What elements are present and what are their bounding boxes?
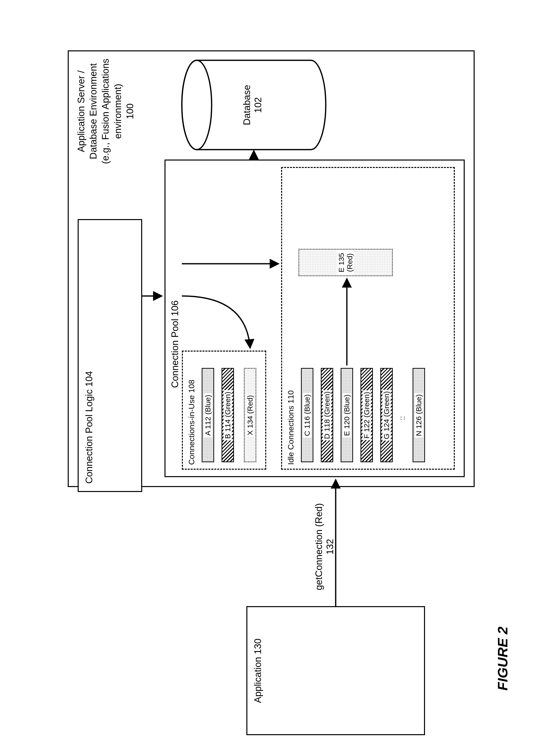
- pool-logic-box: Connection Pool Logic 104: [78, 219, 142, 492]
- conn-a: A 112 (Blue): [202, 368, 214, 463]
- in-use-title: Connections-in-Use 108: [187, 380, 196, 465]
- conn-e135: E 135 (Red): [298, 249, 393, 277]
- pool-logic-label: Connection Pool Logic 104: [84, 371, 95, 484]
- environment-title-l4: environment): [113, 84, 123, 139]
- idle-dots: ::: [398, 416, 407, 420]
- conn-c: C 116 (Blue): [301, 368, 313, 463]
- conn-c-label: C 116 (Blue): [303, 393, 312, 437]
- conn-a-label: A 112 (Blue): [204, 393, 212, 437]
- getconnection-text: getConnection (Red): [314, 503, 324, 590]
- conn-d: D 118 (Green): [321, 368, 333, 463]
- application-box: Application 130: [246, 606, 425, 735]
- conn-d-label: D 118 (Green): [323, 390, 331, 441]
- conn-f: F 122 (Green): [360, 368, 373, 463]
- conn-x-label: X 134 (Red): [246, 394, 254, 437]
- getconnection-num: 132: [325, 539, 335, 555]
- environment-title-l2: Database Environment: [88, 63, 98, 159]
- conn-g-label: G 124 (Green): [382, 390, 391, 441]
- conn-n: N 126 (Blue): [413, 368, 425, 463]
- conn-b: B 114 (Green): [222, 368, 234, 463]
- conn-f-label: F 122 (Green): [362, 390, 371, 440]
- database-label: Database 102: [241, 80, 264, 130]
- connection-pool-label: Connection Pool 106: [170, 300, 181, 388]
- conn-e-label: E 120 (Blue): [343, 393, 351, 437]
- conn-n-label: N 126 (Blue): [415, 393, 423, 437]
- database-label-num: 102: [253, 97, 263, 113]
- database-label-text: Database: [242, 85, 252, 125]
- idle-title: Idle Connections 110: [286, 390, 295, 465]
- conn-e135-label: E 135 (Red): [337, 250, 354, 275]
- conn-x: X 134 (Red): [244, 368, 256, 463]
- environment-title-l5: 100: [125, 104, 135, 119]
- conn-g: G 124 (Green): [380, 368, 393, 463]
- environment-title-l1: Application Server /: [76, 70, 86, 152]
- conn-e: E 120 (Blue): [341, 368, 353, 463]
- conn-b-label: B 114 (Green): [224, 390, 232, 440]
- figure-label: FIGURE 2: [495, 627, 510, 691]
- environment-title-l3: (e.g., Fusion Applications: [100, 59, 111, 164]
- getconnection-label: getConnection (Red) 132: [313, 497, 336, 597]
- environment-title: Application Server / Database Environmen…: [75, 58, 137, 165]
- application-label: Application 130: [252, 607, 264, 734]
